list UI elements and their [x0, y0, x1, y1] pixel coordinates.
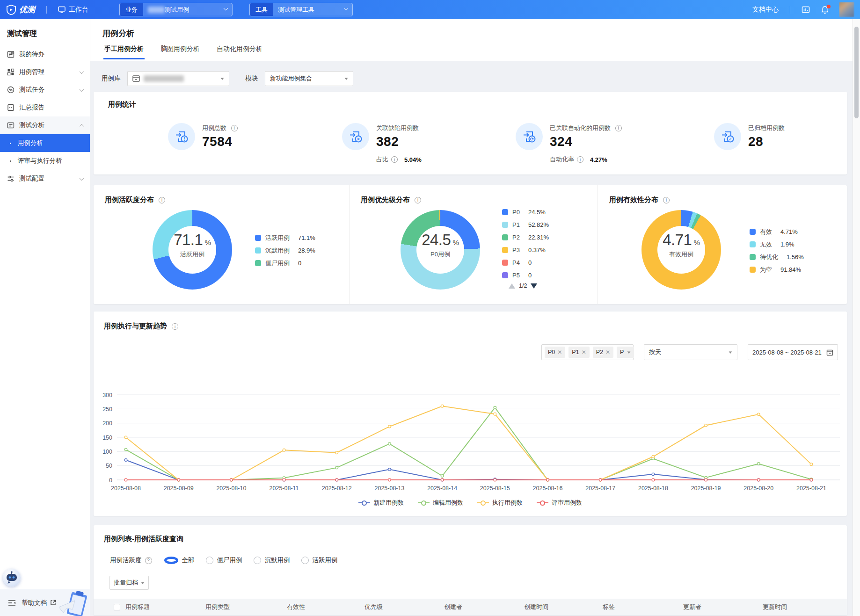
sidebar-item-2[interactable]: 测试任务 [0, 81, 90, 99]
radio-2[interactable]: 沉默用例 [254, 556, 290, 565]
data-point[interactable] [494, 413, 496, 415]
sidebar-subitem-5[interactable]: 用例分析 [0, 134, 90, 152]
tab-1[interactable]: 脑图用例分析 [160, 45, 200, 59]
data-point[interactable] [388, 442, 391, 445]
data-point[interactable] [124, 459, 127, 462]
sidebar-subitem-6[interactable]: 评审与执行分析 [0, 152, 90, 170]
tab-0[interactable]: 手工用例分析 [104, 45, 144, 59]
doc-center-link[interactable]: 文档中心 [752, 6, 779, 14]
page-down-icon[interactable] [531, 283, 537, 289]
module-select[interactable]: 新功能用例集合 ▼ [265, 71, 353, 86]
data-point[interactable] [124, 478, 127, 481]
radio-3[interactable]: 活跃用例 [301, 556, 338, 565]
avatar[interactable] [839, 2, 854, 17]
radio-0[interactable]: 全部 [164, 556, 195, 565]
radio-1[interactable]: 僵尸用例 [206, 556, 242, 565]
data-point[interactable] [705, 424, 707, 427]
column-header-3: 优先级 [364, 603, 444, 611]
data-point[interactable] [494, 406, 496, 409]
filter-tag[interactable]: P0 ✕ [545, 347, 565, 358]
data-point[interactable] [441, 405, 444, 407]
data-point[interactable] [283, 478, 285, 481]
business-select[interactable]: 业务 测试用例 [119, 3, 233, 16]
data-point[interactable] [547, 478, 549, 481]
column-header-6: 标签 [603, 603, 683, 611]
monitor-icon[interactable] [802, 6, 810, 14]
info-icon[interactable]: i [391, 156, 398, 163]
legend-label: 为空 [760, 266, 772, 274]
close-icon[interactable]: ✕ [582, 349, 586, 355]
page-up-icon[interactable] [509, 283, 515, 289]
sidebar-item-4[interactable]: 测试分析 [0, 116, 90, 134]
legend-value: 4.71% [780, 228, 798, 235]
data-point[interactable] [124, 436, 127, 439]
data-point[interactable] [388, 468, 391, 471]
priority-filter-select[interactable]: P0 ✕P1 ✕P2 ✕P ▼ [541, 344, 634, 360]
data-point[interactable] [758, 463, 760, 465]
batch-archive-button[interactable]: 批量归档 ▼ [109, 576, 149, 590]
sidebar-item-3[interactable]: 汇总报告 [0, 99, 90, 116]
sidebar-item-0[interactable]: 我的待办 [0, 45, 90, 63]
clipboard-illustration [58, 589, 89, 616]
data-point[interactable] [283, 449, 285, 452]
info-icon[interactable]: i [172, 323, 178, 330]
info-icon[interactable]: i [415, 197, 421, 203]
granularity-select[interactable]: 按天▼ [644, 344, 737, 360]
question-icon[interactable]: ? [145, 557, 152, 564]
data-point[interactable] [124, 448, 127, 451]
stat-sub-label: 自动化率 [550, 155, 574, 164]
data-point[interactable] [705, 478, 707, 481]
data-point[interactable] [599, 478, 602, 481]
info-icon[interactable]: i [663, 197, 670, 203]
repo-select[interactable]: ▼ [127, 71, 229, 86]
data-point[interactable] [494, 478, 496, 481]
date-range-input[interactable]: 2025-08-08 ~ 2025-08-21 [748, 344, 838, 360]
legend-item[interactable]: 新建用例数 [358, 499, 404, 507]
sidebar-item-1[interactable]: 用例管理 [0, 63, 90, 81]
data-point[interactable] [177, 478, 180, 481]
tool-select[interactable]: 工具 测试管理工具 [249, 3, 353, 16]
data-point[interactable] [810, 478, 813, 481]
legend-item[interactable]: 执行用例数 [477, 499, 523, 507]
data-point[interactable] [335, 478, 338, 481]
stat-value: 324 [550, 134, 622, 149]
data-point[interactable] [441, 475, 444, 478]
close-icon[interactable]: ✕ [605, 349, 610, 355]
info-icon[interactable]: i [231, 125, 238, 131]
scrollbar[interactable] [853, 19, 860, 616]
filter-tag[interactable]: P2 ✕ [593, 347, 613, 358]
svg-text:✓: ✓ [729, 137, 732, 142]
brand[interactable]: 优测 [7, 4, 35, 15]
info-icon[interactable]: i [159, 197, 165, 203]
filter-tag-more[interactable]: P ▼ [617, 347, 634, 358]
close-icon[interactable]: ✕ [557, 349, 562, 355]
sidebar-item-7[interactable]: 测试配置 [0, 170, 90, 188]
assistant-robot-icon[interactable] [3, 569, 21, 587]
data-point[interactable] [652, 473, 655, 476]
select-all-checkbox[interactable] [114, 604, 120, 610]
data-point[interactable] [388, 425, 391, 428]
column-header-2: 有效性 [287, 603, 364, 611]
data-point[interactable] [652, 455, 655, 458]
legend-item[interactable]: 评审用例数 [537, 499, 582, 507]
data-point[interactable] [335, 451, 338, 454]
help-doc-row[interactable]: 帮助文档 [0, 589, 90, 616]
info-icon[interactable]: i [577, 156, 583, 163]
data-point[interactable] [810, 463, 813, 466]
data-point[interactable] [230, 478, 233, 481]
legend-item[interactable]: 编辑用例数 [418, 499, 463, 507]
test-config-icon [7, 175, 15, 182]
data-point[interactable] [441, 478, 444, 481]
data-point[interactable] [758, 478, 760, 481]
filter-tag[interactable]: P1 ✕ [568, 347, 589, 358]
workbench-link[interactable]: 工作台 [58, 6, 88, 14]
data-point[interactable] [388, 478, 391, 481]
data-point[interactable] [758, 413, 760, 416]
notification-bell-icon[interactable] [821, 6, 829, 14]
donut-center-text: 4.71 %有效用例 [634, 231, 728, 259]
data-point[interactable] [335, 466, 338, 469]
info-icon[interactable]: i [615, 125, 622, 131]
data-point[interactable] [652, 478, 655, 481]
tab-2[interactable]: 自动化用例分析 [217, 45, 262, 59]
scrollbar-thumb[interactable] [854, 27, 859, 118]
